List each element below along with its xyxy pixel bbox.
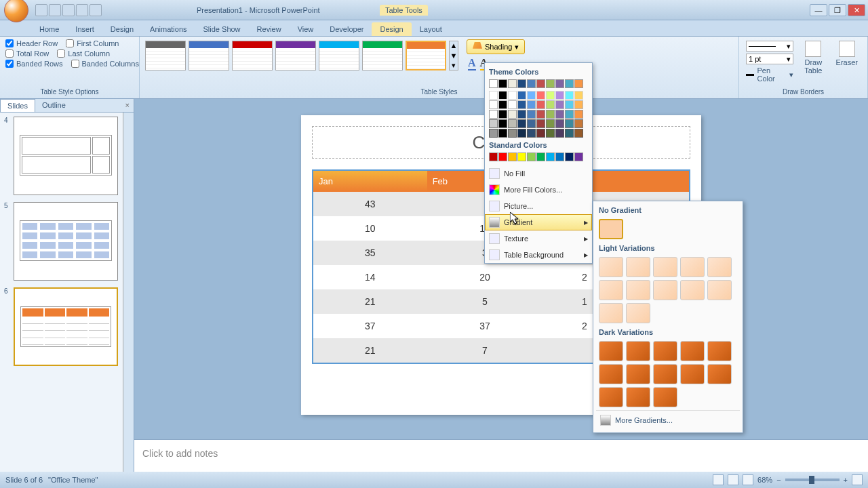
color-swatch[interactable] xyxy=(517,100,526,109)
color-swatch[interactable] xyxy=(508,110,517,119)
color-swatch[interactable] xyxy=(498,119,507,128)
table-cell[interactable]: 21 xyxy=(313,289,427,314)
tab-home[interactable]: Home xyxy=(31,22,67,36)
table-style-4[interactable] xyxy=(275,41,316,70)
styles-scroll[interactable]: ▲▼▾ xyxy=(449,41,458,70)
color-swatch[interactable] xyxy=(527,119,536,128)
gradient-item[interactable]: Gradient▶ xyxy=(485,214,592,230)
tab-table-design[interactable]: Design xyxy=(372,22,411,36)
gradient-swatch-light[interactable] xyxy=(599,303,623,323)
qat-print-icon[interactable] xyxy=(76,4,88,16)
pane-close-button[interactable]: × xyxy=(121,99,134,112)
table-cell[interactable]: 14 xyxy=(313,265,427,289)
table-cell[interactable]: 37 xyxy=(427,314,543,338)
table-style-5[interactable] xyxy=(319,41,359,70)
color-swatch[interactable] xyxy=(546,129,555,138)
table-cell[interactable]: 20 xyxy=(427,265,543,289)
table-style-6[interactable] xyxy=(362,41,403,70)
check-banded-columns[interactable]: Banded Columns xyxy=(71,60,139,68)
no-gradient-swatch[interactable] xyxy=(599,219,623,239)
color-swatch[interactable] xyxy=(555,79,564,88)
color-swatch[interactable] xyxy=(546,100,555,109)
table-header-cell[interactable]: Jan xyxy=(313,170,427,192)
minimize-button[interactable]: — xyxy=(810,4,827,16)
color-swatch[interactable] xyxy=(527,152,536,161)
check-first-column[interactable]: First Column xyxy=(66,39,119,47)
no-fill-item[interactable]: No Fill xyxy=(485,165,592,182)
tab-review[interactable]: Review xyxy=(249,22,290,36)
gradient-swatch-dark[interactable] xyxy=(599,364,623,384)
tab-insert[interactable]: Insert xyxy=(67,22,102,36)
more-gradients-item[interactable]: More Gradients... xyxy=(596,410,740,430)
gradient-swatch-light[interactable] xyxy=(680,280,705,300)
color-swatch[interactable] xyxy=(555,129,564,138)
slide-thumb-4[interactable] xyxy=(14,117,118,195)
thumb-scrollbar[interactable] xyxy=(123,113,134,472)
color-swatch[interactable] xyxy=(489,110,498,119)
color-swatch[interactable] xyxy=(508,129,517,138)
color-swatch[interactable] xyxy=(555,119,564,128)
gradient-swatch-dark[interactable] xyxy=(626,364,650,384)
color-swatch[interactable] xyxy=(527,129,536,138)
gradient-swatch-light[interactable] xyxy=(707,280,732,300)
color-swatch[interactable] xyxy=(508,119,517,128)
color-swatch[interactable] xyxy=(508,100,517,109)
tab-table-layout[interactable]: Layout xyxy=(412,22,450,36)
color-swatch[interactable] xyxy=(536,129,545,138)
color-swatch[interactable] xyxy=(546,152,555,161)
color-swatch[interactable] xyxy=(565,129,574,138)
color-swatch[interactable] xyxy=(565,110,574,119)
pane-tab-slides[interactable]: Slides xyxy=(0,99,35,112)
table-cell[interactable]: 43 xyxy=(313,192,427,216)
color-swatch[interactable] xyxy=(517,129,526,138)
color-swatch[interactable] xyxy=(574,79,583,88)
gradient-swatch-light[interactable] xyxy=(599,257,623,277)
zoom-out-button[interactable]: − xyxy=(776,476,781,484)
table-cell[interactable]: 5 xyxy=(427,289,543,314)
color-swatch[interactable] xyxy=(508,79,517,88)
texture-item[interactable]: Texture▶ xyxy=(485,230,592,247)
color-swatch[interactable] xyxy=(489,129,498,138)
gradient-swatch-light[interactable] xyxy=(626,257,650,277)
gradient-swatch-dark[interactable] xyxy=(680,341,705,361)
close-button[interactable]: ✕ xyxy=(848,4,865,16)
color-swatch[interactable] xyxy=(546,91,555,100)
view-slideshow-button[interactable] xyxy=(743,474,753,485)
more-colors-item[interactable]: More Fill Colors... xyxy=(485,182,592,198)
color-swatch[interactable] xyxy=(527,100,536,109)
color-swatch[interactable] xyxy=(574,119,583,128)
color-swatch[interactable] xyxy=(489,152,498,161)
gradient-swatch-light[interactable] xyxy=(626,280,650,300)
color-swatch[interactable] xyxy=(555,100,564,109)
color-swatch[interactable] xyxy=(536,152,545,161)
table-style-7[interactable] xyxy=(406,41,446,70)
color-swatch[interactable] xyxy=(489,91,498,100)
color-swatch[interactable] xyxy=(508,152,517,161)
table-cell[interactable]: 35 xyxy=(313,241,427,265)
gradient-swatch-light[interactable] xyxy=(707,257,732,277)
zoom-slider[interactable] xyxy=(785,479,840,481)
color-swatch[interactable] xyxy=(498,91,507,100)
color-swatch[interactable] xyxy=(546,79,555,88)
color-swatch[interactable] xyxy=(517,110,526,119)
gradient-swatch-dark[interactable] xyxy=(707,364,732,384)
color-swatch[interactable] xyxy=(517,79,526,88)
qat-redo-icon[interactable] xyxy=(62,4,75,16)
color-swatch[interactable] xyxy=(536,100,545,109)
table-style-2[interactable] xyxy=(189,41,229,70)
view-normal-button[interactable] xyxy=(713,474,724,485)
color-swatch[interactable] xyxy=(489,79,498,88)
zoom-in-button[interactable]: + xyxy=(844,476,848,484)
color-swatch[interactable] xyxy=(565,100,574,109)
check-banded-rows[interactable]: Banded Rows xyxy=(5,60,63,68)
color-swatch[interactable] xyxy=(565,91,574,100)
gradient-swatch-dark[interactable] xyxy=(707,341,732,361)
gradient-swatch-dark[interactable] xyxy=(653,387,677,407)
gradient-swatch-dark[interactable] xyxy=(599,387,623,407)
tab-design[interactable]: Design xyxy=(102,22,142,36)
color-swatch[interactable] xyxy=(527,79,536,88)
table-header-cell[interactable] xyxy=(627,170,690,192)
tab-animations[interactable]: Animations xyxy=(142,22,195,36)
color-swatch[interactable] xyxy=(555,152,564,161)
table-cell[interactable]: 37 xyxy=(313,314,427,338)
